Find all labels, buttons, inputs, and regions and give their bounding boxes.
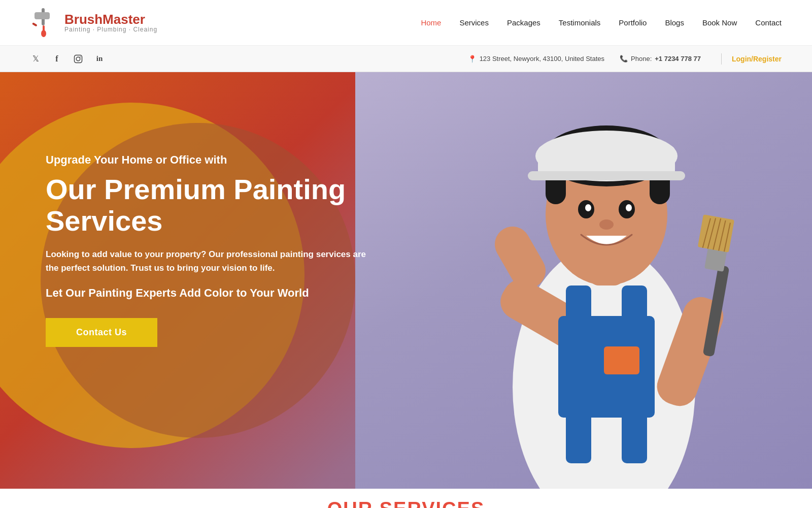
nav-link-testimonials[interactable]: Testimonials — [559, 18, 601, 27]
svg-point-19 — [585, 204, 591, 211]
contact-us-button[interactable]: Contact Us — [46, 318, 157, 347]
nav-link-contact[interactable]: Contact — [755, 18, 782, 27]
instagram-icon[interactable] — [73, 54, 83, 64]
social-icons: 𝕏 f in — [30, 54, 105, 64]
hero-tagline: Let Our Painting Experts Add Color to Yo… — [46, 287, 401, 300]
phone-label: Phone: — [631, 55, 652, 62]
nav-item-home[interactable]: Home — [421, 18, 441, 27]
nav-link-packages[interactable]: Packages — [507, 18, 540, 27]
address-info: 📍 123 Street, Newyork, 43100, United Sta… — [468, 55, 604, 63]
svg-rect-4 — [32, 22, 38, 26]
nav-link-services[interactable]: Services — [459, 18, 489, 27]
hero-image — [355, 72, 812, 489]
svg-rect-5 — [75, 55, 82, 62]
nav-item-booknow[interactable]: Book Now — [702, 18, 737, 27]
nav-link-booknow[interactable]: Book Now — [702, 18, 737, 27]
svg-rect-27 — [604, 346, 639, 374]
logo-icon — [30, 7, 58, 39]
top-nav: BrushMaster Painting · Plumbing · Cleain… — [0, 0, 812, 46]
hero-title: Our Premium Painting Services — [46, 174, 401, 236]
phone-info: 📞 Phone: +1 7234 778 77 — [620, 55, 701, 62]
twitter-icon[interactable]: 𝕏 — [30, 54, 41, 64]
nav-link-portfolio[interactable]: Portfolio — [619, 18, 647, 27]
svg-point-21 — [599, 219, 614, 230]
hero-subtitle: Upgrade Your Home or Office with — [46, 153, 401, 167]
nav-links: Home Services Packages Testimonials Port… — [421, 18, 782, 27]
painter-svg — [355, 72, 812, 489]
info-divider — [721, 53, 722, 65]
hero-content: Upgrade Your Home or Office with Our Pre… — [46, 153, 401, 347]
hero-section: Upgrade Your Home or Office with Our Pre… — [0, 72, 812, 489]
nav-link-blogs[interactable]: Blogs — [665, 18, 684, 27]
nav-item-blogs[interactable]: Blogs — [665, 18, 684, 27]
phone-number: +1 7234 778 77 — [655, 55, 701, 62]
svg-point-6 — [76, 57, 80, 61]
services-preview: OUR SERVICES — [0, 489, 812, 508]
hero-description: Looking to add value to your property? O… — [46, 247, 381, 275]
brand-tagline: Painting · Plumbing · Cleaing — [64, 26, 157, 33]
svg-rect-1 — [35, 12, 50, 19]
login-register-link[interactable]: Login/Register — [732, 55, 782, 63]
nav-item-contact[interactable]: Contact — [755, 18, 782, 27]
svg-rect-16 — [528, 171, 685, 180]
linkedin-icon[interactable]: in — [94, 54, 105, 64]
phone-handset-icon: 📞 — [620, 55, 628, 62]
svg-point-20 — [626, 204, 632, 211]
svg-point-3 — [41, 30, 46, 37]
nav-item-testimonials[interactable]: Testimonials — [559, 18, 601, 27]
nav-item-portfolio[interactable]: Portfolio — [619, 18, 647, 27]
logo[interactable]: BrushMaster Painting · Plumbing · Cleain… — [30, 7, 157, 39]
brand-name: BrushMaster — [64, 13, 157, 26]
nav-item-services[interactable]: Services — [459, 18, 489, 27]
address-text: 123 Street, Newyork, 43100, United State… — [480, 55, 604, 62]
info-bar: 𝕏 f in 📍 123 Street, Newyork, 43100, Uni… — [0, 46, 812, 72]
pin-icon: 📍 — [468, 55, 477, 63]
svg-point-7 — [80, 56, 81, 57]
nav-item-packages[interactable]: Packages — [507, 18, 540, 27]
services-heading: OUR SERVICES — [327, 498, 485, 509]
nav-link-home[interactable]: Home — [421, 18, 441, 27]
facebook-icon[interactable]: f — [52, 54, 62, 64]
